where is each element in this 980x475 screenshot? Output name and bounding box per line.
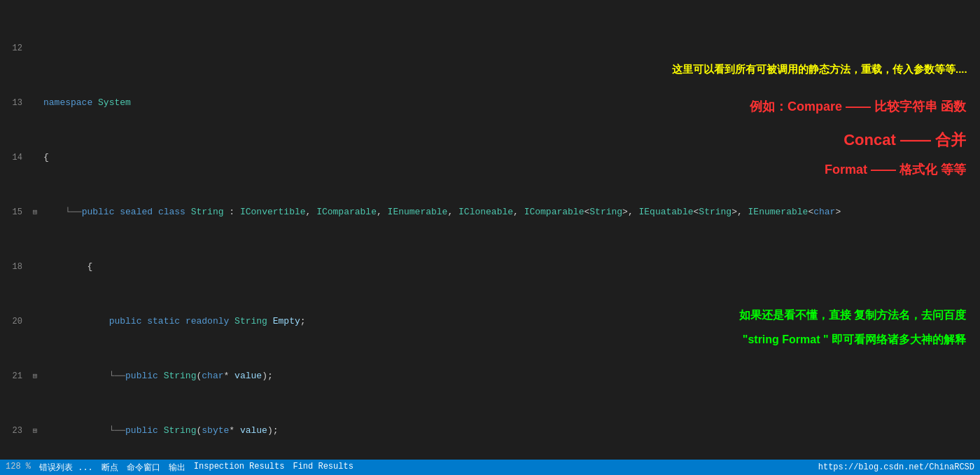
- code-lines: 12 13 namespace System 14 {: [0, 0, 980, 460]
- app: 12 13 namespace System 14 {: [0, 0, 980, 475]
- status-bar: 128 % 错误列表 ... 断点 命令窗口 输出 Inspection Res…: [0, 460, 980, 475]
- inspection-results-tab[interactable]: Inspection Results: [194, 462, 285, 474]
- breakpoints-tab[interactable]: 断点: [102, 462, 118, 474]
- command-window-tab[interactable]: 命令窗口: [127, 462, 160, 474]
- table-row: 12: [0, 42, 980, 55]
- table-row: 20 public static readonly String Empty;: [0, 315, 980, 328]
- code-container[interactable]: 12 13 namespace System 14 {: [0, 0, 980, 460]
- output-tab[interactable]: 输出: [169, 462, 186, 474]
- status-right: https://blog.csdn.net/ChinaRCSD: [818, 462, 974, 472]
- table-row: 15 ⊞ └──public sealed class String : ICo…: [0, 206, 980, 219]
- table-row: 23 ⊞ └──public String(sbyte* value);: [0, 425, 980, 437]
- table-row: 21 ⊞ └──public String(char* value);: [0, 370, 980, 383]
- status-left: 128 % 错误列表 ... 断点 命令窗口 输出 Inspection Res…: [6, 462, 354, 474]
- table-row: 13 namespace System: [0, 97, 980, 109]
- zoom-level: 128 %: [6, 462, 31, 474]
- editor-area: 12 13 namespace System 14 {: [0, 0, 980, 460]
- table-row: 14 {: [0, 151, 980, 164]
- errors-tab[interactable]: 错误列表 ...: [39, 462, 93, 474]
- table-row: 18 {: [0, 261, 980, 273]
- url-display: https://blog.csdn.net/ChinaRCSD: [818, 462, 974, 472]
- find-results-tab[interactable]: Find Results: [293, 462, 353, 474]
